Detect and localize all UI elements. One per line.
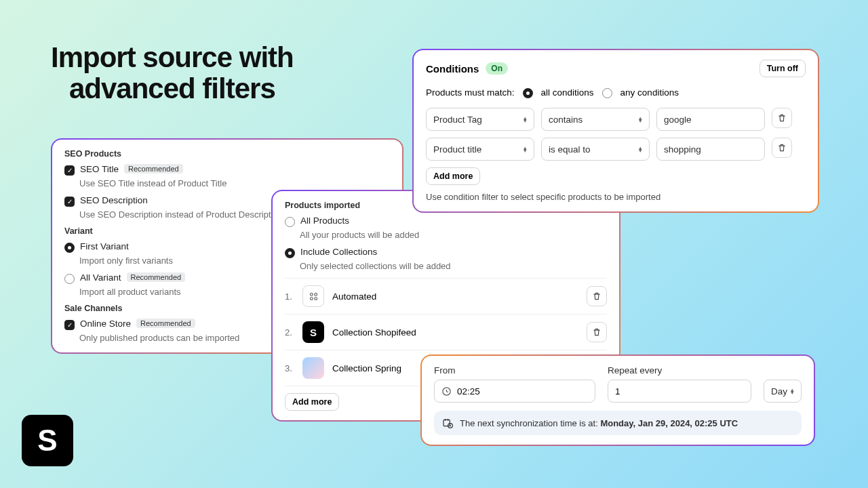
- conditions-on-badge: On: [486, 62, 508, 75]
- rule-field-value: Product Tag: [433, 115, 482, 125]
- delete-collection-button[interactable]: [587, 286, 607, 306]
- collection-index: 3.: [285, 363, 294, 373]
- svg-point-0: [310, 293, 313, 296]
- add-collection-button[interactable]: Add more: [285, 393, 339, 411]
- repeat-label: Repeat every: [608, 365, 751, 375]
- first-variant-radio[interactable]: [64, 243, 75, 253]
- rule-operator-select[interactable]: is equal to ▴▾: [541, 138, 650, 161]
- rule-field-select[interactable]: Product title ▴▾: [426, 138, 534, 161]
- repeat-value-input[interactable]: 1: [608, 380, 751, 403]
- select-chevron-icon: ▴▾: [639, 117, 642, 122]
- include-collections-desc: Only selected collections will be added: [300, 261, 607, 271]
- all-products-label: All Products: [300, 216, 349, 226]
- online-store-recommended-tag: Recommended: [136, 319, 195, 328]
- all-conditions-radio[interactable]: [523, 88, 533, 98]
- select-chevron-icon: ▴▾: [791, 388, 794, 394]
- seo-description-label: SEO Description: [80, 195, 148, 205]
- collection-shopifeed-icon: S: [302, 321, 324, 343]
- collection-index: 2.: [285, 327, 294, 338]
- collection-row: 2. S Collection Shopifeed: [285, 314, 607, 350]
- seo-products-title: SEO Products: [64, 149, 390, 159]
- seo-title-label: SEO Title: [80, 164, 119, 174]
- rule-field-select[interactable]: Product Tag ▴▾: [426, 108, 534, 131]
- rule-operator-select[interactable]: contains ▴▾: [541, 108, 650, 131]
- schedule-panel: From 02:25 Repeat every 1 . Day ▴▾: [420, 354, 815, 446]
- include-collections-label: Include Collections: [300, 247, 377, 257]
- conditions-panel: Conditions On Turn off Products must mat…: [412, 49, 819, 213]
- next-sync-alert: The next synchronization time is at: Mon…: [434, 411, 802, 435]
- svg-point-3: [314, 297, 317, 300]
- turn-off-button[interactable]: Turn off: [760, 60, 806, 77]
- match-label: Products must match:: [426, 87, 515, 98]
- seo-title-checkbox[interactable]: [64, 165, 75, 176]
- seo-title-recommended-tag: Recommended: [124, 164, 183, 174]
- conditions-hint: Use condition filter to select specific …: [426, 192, 806, 202]
- delete-rule-button[interactable]: [772, 138, 792, 158]
- online-store-checkbox[interactable]: [64, 320, 75, 330]
- page-heading: Import source with advanced filters: [51, 42, 294, 104]
- alert-prefix: The next synchronization time is at:: [460, 418, 600, 428]
- calendar-clock-icon: [442, 418, 453, 428]
- collection-auto-icon: [302, 285, 324, 307]
- from-time-input[interactable]: 02:25: [434, 380, 595, 403]
- include-collections-radio[interactable]: [285, 248, 295, 258]
- app-logo: S: [22, 415, 73, 466]
- select-chevron-icon: ▴▾: [524, 117, 527, 122]
- rule-operator-value: is equal to: [549, 144, 591, 155]
- collection-row: 1. Automated: [285, 278, 607, 314]
- clock-icon: [441, 386, 452, 396]
- all-products-radio[interactable]: [285, 217, 295, 227]
- heading-line1: Import source with: [51, 42, 294, 73]
- svg-rect-5: [443, 420, 450, 426]
- first-variant-label: First Variant: [80, 241, 129, 251]
- all-products-desc: All your products will be added: [300, 230, 607, 240]
- rule-operator-value: contains: [549, 115, 583, 125]
- collection-index: 1.: [285, 291, 294, 302]
- collection-spring-icon: [302, 357, 324, 379]
- rule-value-input[interactable]: shopping: [656, 138, 765, 161]
- all-variant-label: All Variant: [80, 272, 121, 283]
- all-variant-radio[interactable]: [64, 274, 75, 284]
- svg-point-2: [310, 297, 313, 300]
- any-conditions-label: any conditions: [620, 87, 679, 98]
- delete-collection-button[interactable]: [587, 322, 607, 342]
- repeat-unit-select[interactable]: Day ▴▾: [764, 380, 802, 403]
- seo-description-checkbox[interactable]: [64, 197, 75, 207]
- any-conditions-radio[interactable]: [602, 88, 612, 98]
- svg-point-1: [314, 293, 317, 296]
- conditions-title: Conditions: [426, 63, 479, 75]
- alert-time: Monday, Jan 29, 2024, 02:25 UTC: [600, 418, 738, 428]
- from-label: From: [434, 365, 595, 375]
- collection-name: Automated: [332, 291, 578, 302]
- all-variant-recommended-tag: Recommended: [127, 272, 186, 282]
- online-store-label: Online Store: [80, 319, 131, 329]
- rule-field-value: Product title: [433, 144, 481, 155]
- rule-value-input[interactable]: google: [656, 108, 765, 131]
- add-rule-button[interactable]: Add more: [426, 167, 480, 185]
- delete-rule-button[interactable]: [772, 108, 792, 128]
- all-conditions-label: all conditions: [541, 87, 594, 98]
- select-chevron-icon: ▴▾: [639, 146, 642, 152]
- heading-line2: advanced filters: [51, 73, 294, 104]
- collection-name: Collection Shopifeed: [332, 327, 578, 338]
- select-chevron-icon: ▴▾: [524, 146, 527, 152]
- seo-title-desc: Use SEO Title instead of Product Title: [79, 178, 390, 188]
